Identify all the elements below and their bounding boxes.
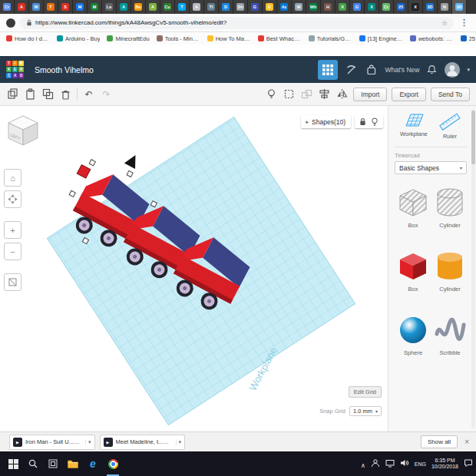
orbit-pad-button[interactable] (4, 190, 21, 208)
browser-tab[interactable]: W (292, 0, 306, 14)
start-icon[interactable] (3, 451, 23, 476)
raise-cone-handle[interactable] (124, 152, 141, 169)
browser-tab[interactable]: Le (102, 0, 117, 14)
ruler-tool[interactable]: Ruler (438, 112, 461, 140)
address-bar[interactable]: https://www.tinkercad.com/things/kA48Aws… (20, 17, 454, 29)
browser-tab[interactable]: N (438, 0, 452, 14)
show-all-downloads-button[interactable]: Show all (421, 435, 458, 448)
browser-tab[interactable]: Cu (160, 0, 175, 14)
shapes-dropdown[interactable]: ▸ Shapes(10) (301, 115, 351, 128)
browser-tab[interactable]: A (146, 0, 160, 14)
browser-tab[interactable]: D (219, 0, 233, 14)
small-red-cube[interactable] (77, 165, 91, 179)
send-to-button[interactable]: Send To (431, 88, 470, 101)
mirror-button[interactable] (336, 88, 349, 101)
undo-button[interactable]: ↶ (82, 88, 95, 101)
extension-icon[interactable] (6, 18, 15, 28)
browser-menu-icon[interactable]: ⋮ (458, 18, 470, 28)
account-caret-icon[interactable]: ▾ (467, 67, 470, 73)
browser-tab[interactable]: A (190, 0, 204, 14)
bell-icon[interactable] (426, 64, 438, 75)
browser-tab[interactable]: 3D (452, 0, 467, 14)
browser-tab[interactable]: M (73, 0, 88, 14)
browser-tab[interactable]: Cr (379, 0, 394, 14)
language-indicator[interactable]: ENG (415, 461, 426, 467)
browser-tab[interactable]: H (321, 0, 336, 14)
browser-tab[interactable]: A (117, 0, 131, 14)
snap-grid-select[interactable]: 1.0 mm ▾ (349, 406, 382, 416)
browser-tab[interactable]: S (58, 0, 73, 14)
search-icon[interactable] (23, 451, 43, 476)
browser-tab[interactable]: X (408, 0, 423, 14)
bookmark-item[interactable]: Arduino - Buy (57, 35, 100, 42)
browser-tab[interactable]: T (175, 0, 190, 14)
shape-tile-sphere-4[interactable]: Sphere (395, 311, 431, 356)
3d-viewport[interactable]: Workplane (0, 106, 388, 431)
bookmark-item[interactable]: Tools - Minecraft W... (157, 35, 200, 42)
paste-button[interactable] (24, 88, 37, 101)
display-icon[interactable] (385, 457, 395, 471)
home-view-button[interactable]: ⌂ (4, 169, 21, 187)
chrome-icon[interactable] (103, 451, 123, 476)
browser-tab[interactable]: G (248, 0, 263, 14)
browser-tab[interactable]: G (350, 0, 365, 14)
browser-tab[interactable]: 3D (423, 0, 438, 14)
task-view-icon[interactable] (43, 451, 63, 476)
shape-category-select[interactable]: Basic Shapes ▾ (395, 161, 467, 174)
sidebar-scrollbar[interactable] (471, 109, 475, 428)
bookmark-item[interactable]: 25 MOC with Lego... (461, 35, 476, 42)
bookmark-item[interactable]: Tutorials/Galactics... (309, 35, 352, 42)
browser-tab[interactable]: Sh (233, 0, 248, 14)
bookmark-star-icon[interactable]: ☆ (441, 19, 448, 27)
shape-tile-box-0[interactable]: Box (395, 183, 431, 229)
bookmark-item[interactable]: MinecraftEdu (107, 35, 149, 42)
align-button[interactable] (318, 88, 331, 101)
bookmark-item[interactable]: How To Make a Sim... (207, 35, 251, 42)
bookmark-item[interactable]: How do I download (6, 35, 50, 42)
browser-tab[interactable]: M (88, 0, 102, 14)
browser-tab[interactable]: X (336, 0, 350, 14)
browser-tab[interactable]: Be (131, 0, 146, 14)
bookmark-item[interactable]: [13] Engineering For... (359, 35, 403, 42)
people-icon[interactable] (371, 457, 380, 471)
perspective-toggle-button[interactable] (4, 273, 21, 291)
download-item[interactable]: ▶Meet Madeline, t...mp4▾ (100, 435, 186, 450)
pickaxe-icon[interactable] (345, 63, 358, 76)
tinkercad-logo[interactable]: TINKERCAD (6, 61, 24, 78)
import-button[interactable]: Import (353, 88, 387, 101)
redo-button[interactable]: ↷ (100, 88, 113, 101)
zoom-out-button[interactable]: − (4, 243, 21, 260)
delete-button[interactable] (59, 88, 72, 101)
browser-tab[interactable]: X (365, 0, 379, 14)
chevron-down-icon[interactable]: ▾ (176, 439, 182, 445)
shape-tile-cylinder-1[interactable]: Cylinder (431, 183, 468, 229)
3d-canvas[interactable]: Workplane (0, 106, 388, 431)
workplane-tool[interactable]: Workplane (400, 112, 428, 140)
download-item[interactable]: ▶Iron Man - Suit U...mp4▾ (9, 435, 95, 450)
lightbulb-icon[interactable] (371, 117, 378, 127)
browser-tab[interactable]: T (44, 0, 58, 14)
copy-button[interactable] (6, 88, 19, 101)
taskbar-clock[interactable]: 6:35 PM 10/20/2018 (431, 458, 458, 471)
bag-icon[interactable] (365, 63, 378, 76)
browser-tab[interactable]: Tl (204, 0, 219, 14)
browser-tab[interactable]: Wh (306, 0, 321, 14)
bookmark-item[interactable]: Best Whack A Mole... (258, 35, 302, 42)
edge-icon[interactable]: e (83, 451, 103, 476)
browser-tab[interactable]: A (15, 0, 29, 14)
shape-tile-box-2[interactable]: Box (395, 247, 431, 293)
show-all-bulb-button[interactable] (265, 88, 278, 101)
duplicate-button[interactable] (41, 88, 55, 101)
group-button[interactable] (300, 88, 313, 101)
view-cube[interactable]: LEFT (6, 114, 40, 150)
browser-tab[interactable]: Cr (0, 0, 15, 14)
outline-button[interactable] (283, 88, 296, 101)
lock-icon[interactable] (359, 117, 366, 126)
shape-tile-cylinder-3[interactable]: Cylinder (431, 247, 468, 293)
action-center-icon[interactable] (464, 457, 473, 471)
volume-icon[interactable] (400, 457, 409, 471)
close-downloads-icon[interactable]: × (462, 438, 471, 446)
zoom-in-button[interactable]: + (4, 221, 21, 239)
shape-tile-scribble-5[interactable]: Scribble (431, 311, 468, 356)
blocks-view-button[interactable] (318, 60, 338, 80)
